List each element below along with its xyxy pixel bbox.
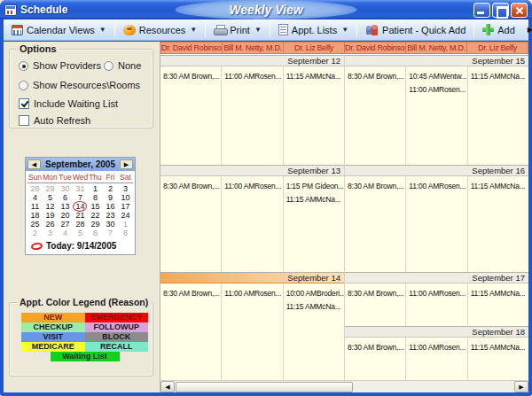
- day-provider-column[interactable]: 11:15 AMMcNa...: [468, 338, 528, 380]
- appointment[interactable]: 1:15 PM Gideon...: [286, 181, 344, 194]
- calendar-prev-button[interactable]: ◀: [27, 159, 41, 169]
- appointment[interactable]: 8:30 AM Brown,...: [348, 181, 405, 194]
- appointment[interactable]: 8:30 AM Brown,...: [163, 288, 221, 301]
- day-header[interactable]: September 13: [160, 165, 344, 176]
- day-provider-column[interactable]: 11:00 AMRosen...: [222, 176, 283, 272]
- scroll-left-arrow[interactable]: ◀: [160, 381, 175, 392]
- day-provider-column[interactable]: 11:15 AMMcNa...: [284, 66, 344, 165]
- appointment[interactable]: 11:15 AMMcNa...: [471, 342, 528, 355]
- day-provider-column[interactable]: 11:15 AMMcNa...: [468, 176, 528, 272]
- calendar-day[interactable]: 26: [43, 220, 58, 229]
- appointment[interactable]: 11:15 AMMcNa...: [286, 71, 344, 84]
- calendar-day[interactable]: 10: [118, 193, 133, 202]
- appointment[interactable]: 8:30 AM Brown,...: [348, 342, 405, 355]
- close-button[interactable]: [511, 3, 528, 18]
- appt-lists-button[interactable]: Appt. Lists ▼: [273, 22, 354, 37]
- calendar-day[interactable]: 11: [27, 202, 43, 211]
- calendar-day[interactable]: 5: [73, 229, 88, 237]
- calendar-day[interactable]: 8: [118, 229, 133, 237]
- show-resources-rooms-radio[interactable]: [19, 81, 28, 90]
- appointment[interactable]: 10:00 AMBroderi...: [286, 288, 344, 301]
- day-provider-column[interactable]: 1:15 PM Gideon...11:15 AMMcNa...: [284, 176, 344, 272]
- appointment[interactable]: 8:30 AM Brown,...: [163, 181, 221, 194]
- day-provider-column[interactable]: 8:30 AM Brown,...: [345, 338, 406, 380]
- calendar-day[interactable]: 29: [43, 184, 58, 193]
- calendar-day[interactable]: 2: [27, 229, 43, 237]
- calendar-day[interactable]: 3: [43, 229, 58, 237]
- calendar-day[interactable]: 20: [58, 211, 73, 220]
- calendar-day[interactable]: 30: [58, 184, 73, 193]
- day-provider-column[interactable]: 8:30 AM Brown,...: [160, 176, 222, 272]
- appointment[interactable]: 11:00 AMRosen...: [224, 71, 282, 84]
- day-provider-column[interactable]: 8:30 AM Brown,...: [345, 66, 406, 165]
- calendar-day[interactable]: 30: [103, 220, 118, 229]
- day-provider-column[interactable]: 11:00 AMRosen...: [222, 283, 283, 380]
- calendar-day[interactable]: 7: [103, 229, 118, 237]
- provider-column-header[interactable]: Dr. Liz Belfy: [284, 42, 345, 54]
- calendar-day[interactable]: 2: [103, 184, 118, 193]
- calendar-day[interactable]: 28: [73, 220, 88, 229]
- calendar-day[interactable]: 25: [27, 220, 43, 229]
- show-providers-radio[interactable]: [19, 61, 28, 71]
- appointment[interactable]: 11:00 AMRosen...: [409, 288, 466, 301]
- day-header[interactable]: September 17: [345, 272, 528, 283]
- calendar-day[interactable]: 1: [118, 220, 133, 229]
- calendar-day[interactable]: 6: [88, 229, 103, 237]
- calendar-day[interactable]: 8: [88, 193, 103, 202]
- appointment[interactable]: 11:00 AMRosen...: [409, 342, 466, 355]
- appointment[interactable]: 10:45 AMWentw...: [409, 71, 466, 84]
- print-button[interactable]: Print ▼: [208, 23, 267, 37]
- resources-button[interactable]: Resources ▼: [118, 23, 203, 37]
- calendar-day[interactable]: 16: [103, 202, 118, 211]
- day-provider-column[interactable]: 11:00 AMRosen...: [406, 338, 467, 380]
- day-provider-column[interactable]: 11:00 AMRosen...: [222, 66, 283, 165]
- day-header[interactable]: September 18: [345, 326, 528, 338]
- day-header[interactable]: September 12: [160, 55, 344, 66]
- appointment[interactable]: 11:15 AMMcNa...: [286, 194, 344, 207]
- day-provider-column[interactable]: 8:30 AM Brown,...: [160, 283, 222, 380]
- calendar-views-button[interactable]: Calendar Views ▼: [6, 23, 112, 37]
- calendar-day[interactable]: 3: [118, 184, 133, 193]
- calendar-day[interactable]: 5: [43, 193, 58, 202]
- scroll-right-arrow[interactable]: ▶: [514, 381, 528, 392]
- minimize-button[interactable]: [473, 3, 490, 18]
- calendar-day[interactable]: 12: [43, 202, 58, 211]
- day-provider-column[interactable]: 11:00 AMRosen...: [406, 283, 467, 326]
- appointment[interactable]: 11:15 AMMcNa...: [471, 71, 528, 84]
- appointment[interactable]: 8:30 AM Brown,...: [348, 71, 405, 84]
- scroll-thumb[interactable]: [176, 382, 353, 392]
- calendar-day[interactable]: 19: [43, 211, 58, 220]
- calendar-day[interactable]: 29: [88, 220, 103, 229]
- calendar-day[interactable]: 21: [73, 211, 88, 220]
- calendar-day[interactable]: 23: [103, 211, 118, 220]
- provider-column-header[interactable]: Dr. Liz Belfy: [467, 42, 528, 54]
- calendar-day[interactable]: 15: [88, 202, 103, 211]
- calendar-day[interactable]: 4: [58, 229, 73, 237]
- provider-column-header[interactable]: Dr. David Robinson: [345, 42, 406, 54]
- calendar-day[interactable]: 1: [88, 184, 103, 193]
- calendar-day[interactable]: 28: [27, 184, 43, 193]
- day-provider-column[interactable]: 10:00 AMBroderi...11:15 AMMcNa...: [284, 283, 344, 380]
- appointment[interactable]: 11:15 AMMcNa...: [286, 301, 344, 314]
- calendar-day[interactable]: 9: [103, 193, 118, 202]
- appointment[interactable]: 8:30 AM Brown,...: [348, 288, 405, 301]
- day-provider-column[interactable]: 8:30 AM Brown,...: [345, 176, 406, 272]
- calendar-day[interactable]: 6: [58, 193, 73, 202]
- calendar-day[interactable]: 4: [27, 193, 43, 202]
- provider-column-header[interactable]: Bill M. Netty, M.D.: [223, 42, 284, 54]
- maximize-button[interactable]: [492, 3, 509, 18]
- provider-column-header[interactable]: Bill M. Netty, M.D.: [406, 42, 467, 54]
- day-provider-column[interactable]: 11:00 AMRosen...: [406, 176, 467, 272]
- calendar-day[interactable]: 17: [118, 202, 133, 211]
- auto-refresh-checkbox[interactable]: [19, 115, 29, 126]
- calendar-next-button[interactable]: ▶: [120, 159, 133, 169]
- provider-column-header[interactable]: Dr. David Robinson: [160, 42, 223, 54]
- appointment[interactable]: 11:15 AMMcNa...: [471, 288, 528, 301]
- include-waiting-list-checkbox[interactable]: [19, 98, 29, 109]
- add-button[interactable]: Add: [477, 22, 520, 37]
- day-header[interactable]: September 14: [160, 272, 344, 283]
- appointment[interactable]: 11:00 AMRosen...: [409, 181, 466, 194]
- toolbar-overflow-button[interactable]: ▶: [521, 24, 532, 36]
- day-provider-column[interactable]: 8:30 AM Brown,...: [160, 66, 222, 165]
- calendar-day[interactable]: 27: [58, 220, 73, 229]
